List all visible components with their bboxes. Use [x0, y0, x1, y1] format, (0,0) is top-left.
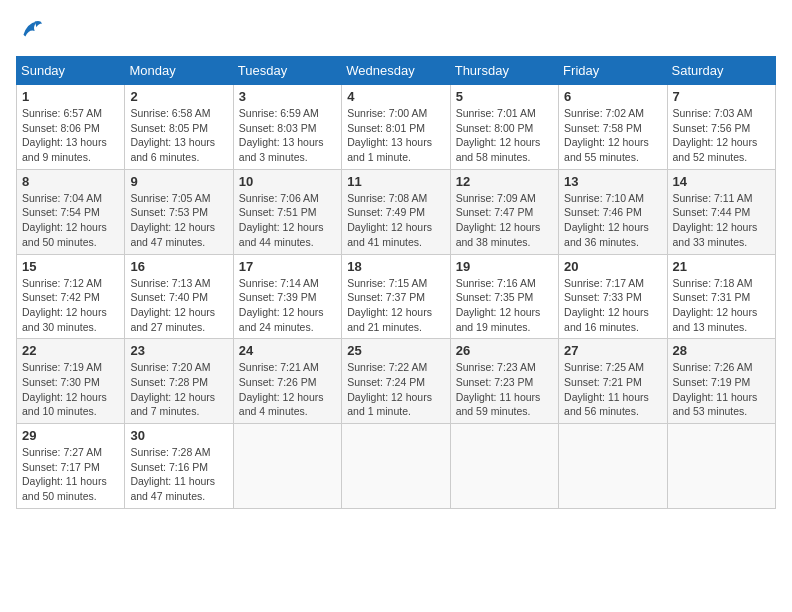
weekday-header: Sunday [17, 57, 125, 85]
calendar-day-cell: 8Sunrise: 7:04 AM Sunset: 7:54 PM Daylig… [17, 169, 125, 254]
calendar-day-cell: 1Sunrise: 6:57 AM Sunset: 8:06 PM Daylig… [17, 85, 125, 170]
calendar-day-cell: 2Sunrise: 6:58 AM Sunset: 8:05 PM Daylig… [125, 85, 233, 170]
day-number: 25 [347, 343, 444, 358]
calendar-week-row: 22Sunrise: 7:19 AM Sunset: 7:30 PM Dayli… [17, 339, 776, 424]
day-info: Sunrise: 7:05 AM Sunset: 7:53 PM Dayligh… [130, 191, 227, 250]
weekday-row: SundayMondayTuesdayWednesdayThursdayFrid… [17, 57, 776, 85]
weekday-header: Thursday [450, 57, 558, 85]
day-number: 4 [347, 89, 444, 104]
calendar-day-cell: 13Sunrise: 7:10 AM Sunset: 7:46 PM Dayli… [559, 169, 667, 254]
calendar-day-cell [559, 424, 667, 509]
calendar-day-cell: 15Sunrise: 7:12 AM Sunset: 7:42 PM Dayli… [17, 254, 125, 339]
day-number: 6 [564, 89, 661, 104]
day-info: Sunrise: 6:57 AM Sunset: 8:06 PM Dayligh… [22, 106, 119, 165]
day-number: 10 [239, 174, 336, 189]
calendar-day-cell: 26Sunrise: 7:23 AM Sunset: 7:23 PM Dayli… [450, 339, 558, 424]
day-info: Sunrise: 6:58 AM Sunset: 8:05 PM Dayligh… [130, 106, 227, 165]
day-info: Sunrise: 7:14 AM Sunset: 7:39 PM Dayligh… [239, 276, 336, 335]
calendar-day-cell: 7Sunrise: 7:03 AM Sunset: 7:56 PM Daylig… [667, 85, 775, 170]
day-info: Sunrise: 7:22 AM Sunset: 7:24 PM Dayligh… [347, 360, 444, 419]
day-info: Sunrise: 7:09 AM Sunset: 7:47 PM Dayligh… [456, 191, 553, 250]
day-number: 2 [130, 89, 227, 104]
day-info: Sunrise: 7:23 AM Sunset: 7:23 PM Dayligh… [456, 360, 553, 419]
calendar-day-cell: 22Sunrise: 7:19 AM Sunset: 7:30 PM Dayli… [17, 339, 125, 424]
calendar-day-cell: 11Sunrise: 7:08 AM Sunset: 7:49 PM Dayli… [342, 169, 450, 254]
day-number: 12 [456, 174, 553, 189]
calendar-day-cell [450, 424, 558, 509]
calendar-day-cell: 25Sunrise: 7:22 AM Sunset: 7:24 PM Dayli… [342, 339, 450, 424]
day-number: 15 [22, 259, 119, 274]
day-number: 26 [456, 343, 553, 358]
day-number: 21 [673, 259, 770, 274]
day-info: Sunrise: 7:28 AM Sunset: 7:16 PM Dayligh… [130, 445, 227, 504]
day-number: 5 [456, 89, 553, 104]
logo [16, 16, 48, 44]
day-info: Sunrise: 7:12 AM Sunset: 7:42 PM Dayligh… [22, 276, 119, 335]
day-info: Sunrise: 6:59 AM Sunset: 8:03 PM Dayligh… [239, 106, 336, 165]
day-info: Sunrise: 7:16 AM Sunset: 7:35 PM Dayligh… [456, 276, 553, 335]
calendar-day-cell: 6Sunrise: 7:02 AM Sunset: 7:58 PM Daylig… [559, 85, 667, 170]
day-number: 22 [22, 343, 119, 358]
calendar-week-row: 1Sunrise: 6:57 AM Sunset: 8:06 PM Daylig… [17, 85, 776, 170]
calendar-day-cell [342, 424, 450, 509]
day-info: Sunrise: 7:01 AM Sunset: 8:00 PM Dayligh… [456, 106, 553, 165]
day-info: Sunrise: 7:08 AM Sunset: 7:49 PM Dayligh… [347, 191, 444, 250]
calendar-day-cell: 30Sunrise: 7:28 AM Sunset: 7:16 PM Dayli… [125, 424, 233, 509]
weekday-header: Saturday [667, 57, 775, 85]
day-number: 18 [347, 259, 444, 274]
calendar-day-cell: 3Sunrise: 6:59 AM Sunset: 8:03 PM Daylig… [233, 85, 341, 170]
weekday-header: Wednesday [342, 57, 450, 85]
day-info: Sunrise: 7:20 AM Sunset: 7:28 PM Dayligh… [130, 360, 227, 419]
calendar-day-cell [233, 424, 341, 509]
day-info: Sunrise: 7:18 AM Sunset: 7:31 PM Dayligh… [673, 276, 770, 335]
day-number: 3 [239, 89, 336, 104]
calendar-table: SundayMondayTuesdayWednesdayThursdayFrid… [16, 56, 776, 509]
calendar-day-cell: 21Sunrise: 7:18 AM Sunset: 7:31 PM Dayli… [667, 254, 775, 339]
calendar-day-cell: 19Sunrise: 7:16 AM Sunset: 7:35 PM Dayli… [450, 254, 558, 339]
day-number: 13 [564, 174, 661, 189]
day-info: Sunrise: 7:06 AM Sunset: 7:51 PM Dayligh… [239, 191, 336, 250]
day-info: Sunrise: 7:02 AM Sunset: 7:58 PM Dayligh… [564, 106, 661, 165]
page-header [16, 16, 776, 44]
day-info: Sunrise: 7:27 AM Sunset: 7:17 PM Dayligh… [22, 445, 119, 504]
day-number: 20 [564, 259, 661, 274]
day-info: Sunrise: 7:13 AM Sunset: 7:40 PM Dayligh… [130, 276, 227, 335]
calendar-body: 1Sunrise: 6:57 AM Sunset: 8:06 PM Daylig… [17, 85, 776, 509]
day-number: 24 [239, 343, 336, 358]
calendar-day-cell: 28Sunrise: 7:26 AM Sunset: 7:19 PM Dayli… [667, 339, 775, 424]
day-info: Sunrise: 7:26 AM Sunset: 7:19 PM Dayligh… [673, 360, 770, 419]
calendar-header: SundayMondayTuesdayWednesdayThursdayFrid… [17, 57, 776, 85]
calendar-day-cell: 20Sunrise: 7:17 AM Sunset: 7:33 PM Dayli… [559, 254, 667, 339]
day-info: Sunrise: 7:10 AM Sunset: 7:46 PM Dayligh… [564, 191, 661, 250]
day-info: Sunrise: 7:21 AM Sunset: 7:26 PM Dayligh… [239, 360, 336, 419]
day-number: 14 [673, 174, 770, 189]
logo-icon [16, 16, 44, 44]
day-info: Sunrise: 7:00 AM Sunset: 8:01 PM Dayligh… [347, 106, 444, 165]
calendar-day-cell: 27Sunrise: 7:25 AM Sunset: 7:21 PM Dayli… [559, 339, 667, 424]
day-info: Sunrise: 7:11 AM Sunset: 7:44 PM Dayligh… [673, 191, 770, 250]
day-number: 11 [347, 174, 444, 189]
calendar-week-row: 8Sunrise: 7:04 AM Sunset: 7:54 PM Daylig… [17, 169, 776, 254]
calendar-week-row: 29Sunrise: 7:27 AM Sunset: 7:17 PM Dayli… [17, 424, 776, 509]
calendar-day-cell: 12Sunrise: 7:09 AM Sunset: 7:47 PM Dayli… [450, 169, 558, 254]
calendar-day-cell: 4Sunrise: 7:00 AM Sunset: 8:01 PM Daylig… [342, 85, 450, 170]
calendar-day-cell: 10Sunrise: 7:06 AM Sunset: 7:51 PM Dayli… [233, 169, 341, 254]
calendar-week-row: 15Sunrise: 7:12 AM Sunset: 7:42 PM Dayli… [17, 254, 776, 339]
day-number: 30 [130, 428, 227, 443]
day-number: 27 [564, 343, 661, 358]
day-number: 9 [130, 174, 227, 189]
day-number: 7 [673, 89, 770, 104]
calendar-day-cell: 23Sunrise: 7:20 AM Sunset: 7:28 PM Dayli… [125, 339, 233, 424]
calendar-day-cell: 14Sunrise: 7:11 AM Sunset: 7:44 PM Dayli… [667, 169, 775, 254]
weekday-header: Friday [559, 57, 667, 85]
day-info: Sunrise: 7:19 AM Sunset: 7:30 PM Dayligh… [22, 360, 119, 419]
calendar-day-cell [667, 424, 775, 509]
day-number: 28 [673, 343, 770, 358]
day-info: Sunrise: 7:17 AM Sunset: 7:33 PM Dayligh… [564, 276, 661, 335]
day-info: Sunrise: 7:25 AM Sunset: 7:21 PM Dayligh… [564, 360, 661, 419]
day-number: 19 [456, 259, 553, 274]
calendar-day-cell: 16Sunrise: 7:13 AM Sunset: 7:40 PM Dayli… [125, 254, 233, 339]
day-number: 16 [130, 259, 227, 274]
day-number: 1 [22, 89, 119, 104]
day-number: 17 [239, 259, 336, 274]
